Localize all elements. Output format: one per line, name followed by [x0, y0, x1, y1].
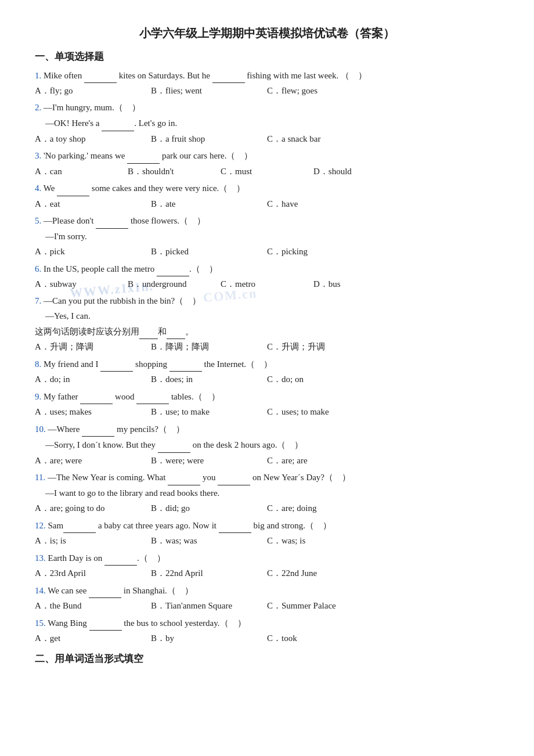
main-title: 小学六年级上学期期中英语模拟培优试卷（答案） — [35, 23, 499, 43]
question-line-9: 9. My father wood tables.（ ） — [35, 389, 499, 405]
question-num-15: 15. — [35, 618, 48, 628]
option-2-0: A．a toy shop — [35, 132, 151, 147]
option4-6-3: D．bus — [313, 277, 406, 292]
option-13-2: C．22nd June — [267, 566, 383, 581]
options-line-14: A．the BundB．Tian'anmen SquareC．Summer Pa… — [35, 599, 499, 614]
question-line-6: 6. In the US, people call the metro .（ ） — [35, 261, 499, 277]
question-text-12: Sam a baby cat three years ago. Now it b… — [48, 521, 332, 530]
option4-3-2: C．must — [221, 164, 313, 179]
option-9-1: B．use; to make — [151, 405, 267, 420]
question-line-10: 10. —Where my pencils?（ ） — [35, 422, 499, 437]
options-line-8: A．do; inB．does; inC．do; on — [35, 372, 499, 387]
question-line-5: 5. —Please don't those flowers.（ ） — [35, 213, 499, 229]
option-2-2: C．a snack bar — [267, 132, 383, 147]
question-num-2: 2. — [35, 103, 44, 112]
option-5-1: B．picked — [151, 244, 267, 260]
question-line-3: 3. 'No parking.' means we park our cars … — [35, 148, 499, 164]
question-line-15: 15. Wang Bing the bus to school yesterda… — [35, 615, 499, 631]
option-1-2: C．flew; goes — [267, 84, 383, 99]
question-line-8: 8. My friend and I shopping the Internet… — [35, 357, 499, 372]
question-block-11: 11. —The New Year is coming. What you on… — [35, 470, 499, 516]
option-14-1: B．Tian'anmen Square — [151, 599, 267, 614]
question-line-4: 4. We some cakes and they were very nice… — [35, 181, 499, 196]
question-num-13: 13. — [35, 553, 48, 563]
question-block-10: 10. —Where my pencils?（ ）—Sorry, I don´t… — [35, 422, 499, 469]
question-text-9: My father wood tables.（ ） — [44, 392, 220, 401]
question-text-4: We some cakes and they were very nice.（ … — [44, 183, 246, 193]
question-text-2: —I'm hungry, mum.（ ） — [44, 103, 140, 112]
option-9-0: A．uses; makes — [35, 405, 151, 420]
option-12-0: A．is; is — [35, 534, 151, 549]
section2-title: 二、用单词适当形式填空 — [35, 651, 499, 668]
question-line-2: 2. —I'm hungry, mum.（ ） — [35, 100, 499, 116]
question-num-9: 9. — [35, 392, 44, 401]
option-9-2: C．uses; to make — [267, 405, 383, 420]
question-num-1: 1. — [35, 71, 44, 80]
question-block-7: 7. —Can you put the rubbish in the bin?（… — [35, 294, 499, 355]
options-line-12: A．is; isB．was; wasC．was; is — [35, 534, 499, 549]
question-num-6: 6. — [35, 264, 44, 273]
option-12-2: C．was; is — [267, 534, 383, 549]
question-block-3: 3. 'No parking.' means we park our cars … — [35, 148, 499, 179]
question-text-5: —Please don't those flowers.（ ） — [44, 216, 205, 225]
option4-3-0: A．can — [35, 164, 128, 179]
option-1-1: B．flies; went — [151, 84, 267, 99]
options-line-4: A．eatB．ateC．have — [35, 197, 499, 212]
question-block-6: 6. In the US, people call the metro .（ ）… — [35, 261, 499, 292]
options-line-13: A．23rd AprilB．22nd AprilC．22nd June — [35, 566, 499, 581]
options-line-1: A．fly; goB．flies; wentC．flew; goes — [35, 84, 499, 99]
question-block-4: 4. We some cakes and they were very nice… — [35, 181, 499, 211]
option4-6-1: B．underground — [128, 277, 221, 292]
option-13-1: B．22nd April — [151, 566, 267, 581]
option4-6-2: C．metro — [221, 277, 313, 292]
question-text-13: Earth Day is on .（ ） — [48, 553, 165, 563]
option-15-0: A．get — [35, 631, 151, 646]
question-sub-10: —Sorry, I don´t know. But they on the de… — [35, 437, 499, 453]
question-text-6: In the US, people call the metro .（ ） — [44, 264, 218, 273]
question-block-15: 15. Wang Bing the bus to school yesterda… — [35, 615, 499, 646]
option-14-2: C．Summer Palace — [267, 599, 383, 614]
option-15-2: C．took — [267, 631, 383, 646]
options4-line-6: A．subwayB．undergroundC．metroD．bus — [35, 277, 499, 292]
question-text-1: Mike often kites on Saturdays. But he fi… — [44, 71, 367, 80]
question-text-7: —Can you put the rubbish in the bin?（ ） — [44, 296, 201, 305]
question-num-10: 10. — [35, 424, 48, 434]
options-line-7: A．升调；降调B．降调；降调C．升调；升调 — [35, 340, 499, 355]
question-num-8: 8. — [35, 359, 44, 369]
question-num-14: 14. — [35, 586, 48, 595]
option-5-0: A．pick — [35, 244, 151, 260]
options-line-5: A．pickB．pickedC．picking — [35, 244, 499, 260]
options4-line-3: A．canB．shouldn'tC．mustD．should — [35, 164, 499, 179]
section1-title: 一、单项选择题 — [35, 49, 499, 66]
option-10-0: A．are; were — [35, 453, 151, 469]
question-sub2-7: 这两句话朗读时应该分别用 和 。 — [35, 324, 499, 340]
options-line-11: A．are; going to doB．did; goC．are; doing — [35, 501, 499, 516]
question-sub-11: —I want to go to the library and read bo… — [35, 486, 499, 501]
question-num-7: 7. — [35, 296, 44, 305]
option-14-0: A．the Bund — [35, 599, 151, 614]
option-7-1: B．降调；降调 — [151, 340, 267, 355]
option-7-0: A．升调；降调 — [35, 340, 151, 355]
options-line-2: A．a toy shopB．a fruit shopC．a snack bar — [35, 132, 499, 147]
question-sub-7: —Yes, I can. — [35, 309, 499, 324]
question-num-4: 4. — [35, 183, 44, 193]
option-10-2: C．are; are — [267, 453, 383, 469]
question-block-2: 2. —I'm hungry, mum.（ ）—OK! Here's a . L… — [35, 100, 499, 147]
question-text-3: 'No parking.' means we park our cars her… — [44, 151, 252, 160]
options-line-10: A．are; wereB．were; wereC．are; are — [35, 453, 499, 469]
question-block-14: 14. We can see in Shanghai.（ ）A．the Bund… — [35, 583, 499, 614]
question-block-8: 8. My friend and I shopping the Internet… — [35, 357, 499, 387]
option-2-1: B．a fruit shop — [151, 132, 267, 147]
option-4-0: A．eat — [35, 197, 151, 212]
option-4-1: B．ate — [151, 197, 267, 212]
question-text-11: —The New Year is coming. What you on New… — [48, 473, 351, 482]
question-block-12: 12. Sam a baby cat three years ago. Now … — [35, 518, 499, 549]
options-line-9: A．uses; makesB．use; to makeC．uses; to ma… — [35, 405, 499, 420]
option-5-2: C．picking — [267, 244, 383, 260]
option-8-0: A．do; in — [35, 372, 151, 387]
option-1-0: A．fly; go — [35, 84, 151, 99]
question-block-9: 9. My father wood tables.（ ）A．uses; make… — [35, 389, 499, 420]
option-11-0: A．are; going to do — [35, 501, 151, 516]
question-num-5: 5. — [35, 216, 44, 225]
option-8-1: B．does; in — [151, 372, 267, 387]
